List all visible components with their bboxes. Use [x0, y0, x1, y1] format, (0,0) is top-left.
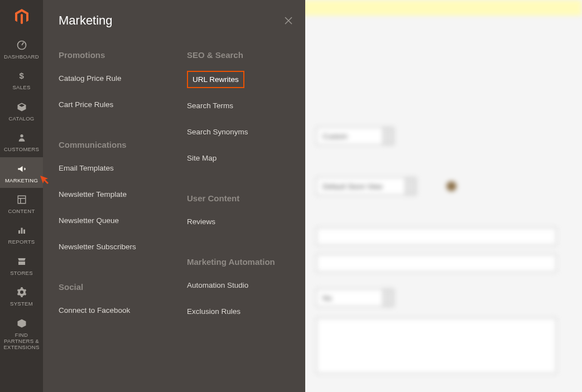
puzzle-icon [16, 317, 28, 330]
link-reviews[interactable]: Reviews [187, 215, 305, 228]
nav-label: STORES [10, 270, 33, 276]
bg-textarea [316, 318, 556, 374]
bg-avatar [446, 181, 456, 191]
section-social: Social [59, 282, 177, 292]
nav-label: REPORTS [8, 239, 35, 245]
megaphone-icon [16, 163, 28, 175]
svg-rect-3 [18, 196, 26, 204]
bg-select-3: No [316, 289, 383, 307]
link-newsletter-template[interactable]: Newsletter Template [59, 188, 177, 201]
nav-dashboard[interactable]: DASHBOARD [0, 33, 43, 64]
link-newsletter-subscribers[interactable]: Newsletter Subscribers [59, 240, 177, 253]
layout-icon [16, 193, 28, 206]
box-icon [16, 101, 28, 113]
bg-select-2: Default Store View [316, 177, 406, 195]
section-user-content: User Content [187, 193, 305, 203]
section-communications: Communications [59, 140, 177, 149]
link-email-templates[interactable]: Email Templates [59, 162, 177, 175]
section-promotions: Promotions [59, 50, 177, 60]
link-connect-facebook[interactable]: Connect to Facebook [59, 304, 177, 317]
nav-label: SYSTEM [10, 301, 33, 307]
section-automation: Marketing Automation [187, 257, 305, 267]
bg-select-3-btn [383, 289, 394, 307]
nav-system[interactable]: SYSTEM [0, 280, 43, 311]
dollar-icon: $ [16, 70, 28, 82]
nav-partners[interactable]: FIND PARTNERS & EXTENSIONS [0, 312, 43, 355]
nav-reports[interactable]: REPORTS [0, 219, 43, 249]
nav-marketing[interactable]: MARKETING [0, 157, 43, 188]
dashboard-icon [16, 39, 28, 51]
bg-input-2 [316, 254, 556, 272]
link-site-map[interactable]: Site Map [187, 152, 305, 164]
svg-rect-5 [21, 228, 22, 234]
magento-logo[interactable] [0, 0, 43, 33]
svg-rect-4 [18, 230, 20, 234]
svg-text:$: $ [19, 71, 24, 81]
nav-catalog[interactable]: CATALOG [0, 95, 43, 126]
bg-select-1-btn [383, 127, 394, 145]
link-cart-price-rules[interactable]: Cart Price Rules [59, 98, 177, 111]
nav-label: SALES [12, 84, 30, 90]
nav-customers[interactable]: CUSTOMERS [0, 126, 43, 157]
cursor-pointer-icon [40, 176, 49, 185]
nav-label: MARKETING [5, 177, 38, 183]
nav-label: FIND PARTNERS & EXTENSIONS [0, 332, 43, 351]
nav-label: DASHBOARD [4, 54, 39, 60]
flyout-col-left: Promotions Catalog Price Rule Cart Price… [59, 50, 177, 331]
nav-label: CATALOG [8, 115, 34, 122]
bg-input-1 [316, 228, 556, 245]
link-search-terms[interactable]: Search Terms [187, 99, 305, 112]
gear-icon [16, 286, 28, 298]
svg-point-2 [20, 134, 23, 137]
nav-content[interactable]: CONTENT [0, 188, 43, 219]
magento-logo-icon [13, 8, 31, 26]
link-search-synonyms[interactable]: Search Synonyms [187, 125, 305, 138]
section-seo: SEO & Search [187, 50, 305, 60]
bg-select-2-btn [405, 177, 416, 195]
nav-sales[interactable]: $ SALES [0, 64, 43, 95]
link-url-rewrites[interactable]: URL Rewrites [187, 71, 244, 88]
link-newsletter-queue[interactable]: Newsletter Queue [59, 214, 177, 227]
flyout-title: Marketing [59, 13, 113, 28]
link-catalog-price-rule[interactable]: Catalog Price Rule [59, 72, 177, 85]
nav-label: CONTENT [8, 208, 35, 214]
nav-label: CUSTOMERS [4, 146, 39, 152]
svg-rect-6 [23, 230, 25, 234]
nav-stores[interactable]: STORES [0, 250, 43, 280]
flyout-col-right: SEO & Search URL Rewrites Search Terms S… [187, 50, 305, 331]
person-icon [16, 132, 28, 144]
admin-sidebar: DASHBOARD $ SALES CATALOG CUSTOMERS MARK… [0, 0, 43, 392]
bg-select-1: Custom [316, 127, 383, 145]
close-icon[interactable] [283, 15, 294, 26]
bar-chart-icon [16, 224, 28, 236]
link-exclusion-rules[interactable]: Exclusion Rules [187, 305, 305, 318]
store-icon [16, 255, 28, 268]
link-automation-studio[interactable]: Automation Studio [187, 279, 305, 292]
marketing-flyout: Marketing Promotions Catalog Price Rule … [43, 0, 305, 392]
